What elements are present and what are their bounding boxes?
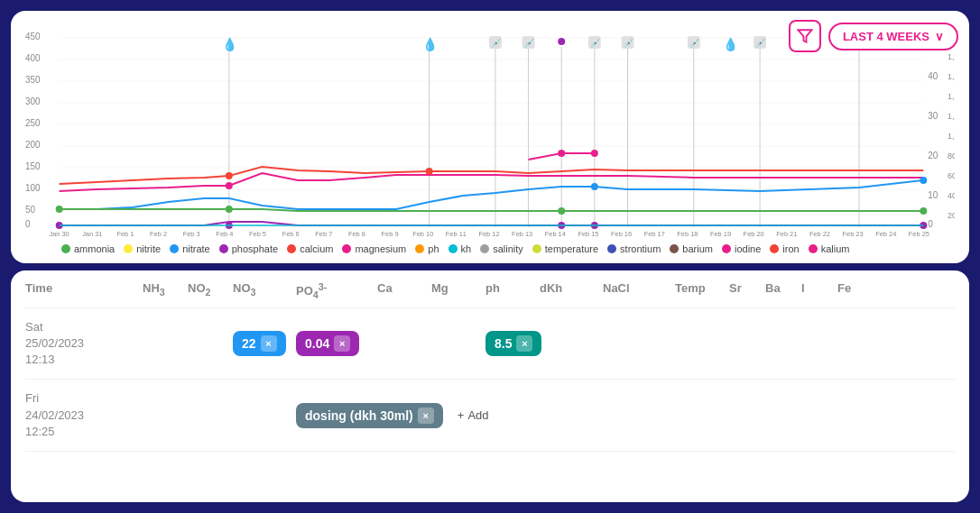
svg-text:Feb 5: Feb 5 [249, 230, 266, 236]
svg-text:1,400: 1,400 [948, 92, 955, 101]
svg-text:1,600: 1,600 [948, 72, 955, 81]
row1-ph: 8.5 × [485, 331, 540, 356]
svg-point-80 [591, 183, 598, 190]
weeks-button[interactable]: LAST 4 WEEKS ∨ [828, 23, 958, 50]
svg-point-81 [920, 177, 927, 184]
legend-salinity: salinity [480, 243, 523, 254]
svg-text:400: 400 [25, 53, 41, 63]
po4-badge[interactable]: 0.04 × [296, 331, 359, 356]
add-button[interactable]: + Add [450, 404, 496, 426]
svg-text:1,800: 1,800 [948, 52, 955, 61]
svg-text:💧: 💧 [422, 37, 439, 52]
svg-text:250: 250 [25, 118, 41, 128]
plus-icon: + [458, 408, 465, 422]
legend-strontium: strontium [607, 243, 661, 254]
svg-text:200: 200 [948, 211, 955, 220]
legend-calcium: calcium [287, 243, 333, 254]
svg-point-66 [56, 206, 63, 213]
svg-text:Jan 31: Jan 31 [82, 230, 102, 236]
svg-text:💉: 💉 [755, 38, 766, 49]
svg-text:Feb 25: Feb 25 [909, 230, 929, 236]
svg-text:Feb 19: Feb 19 [710, 230, 731, 236]
svg-point-65 [558, 38, 565, 45]
ph-remove[interactable]: × [516, 335, 532, 352]
svg-text:Feb 17: Feb 17 [644, 230, 665, 236]
row1-no3: 22 × [233, 331, 296, 356]
add-label: Add [467, 408, 488, 422]
table-header: Time NH3 NO2 NO3 PO43- Ca Mg ph dKh NaCl… [25, 281, 955, 308]
svg-point-77 [426, 168, 433, 175]
dosing-label: dosing (dkh 30ml) [305, 408, 413, 423]
no3-remove[interactable]: × [261, 335, 277, 352]
legend-iron: iron [770, 243, 799, 254]
svg-text:Feb 18: Feb 18 [677, 230, 698, 236]
svg-text:Feb 4: Feb 4 [216, 230, 233, 236]
row1-po4: 0.04 × [296, 331, 377, 356]
svg-text:100: 100 [25, 183, 41, 193]
svg-text:50: 50 [25, 205, 35, 215]
dosing-badge[interactable]: dosing (dkh 30ml) × [296, 403, 443, 428]
svg-text:Feb 21: Feb 21 [776, 230, 797, 236]
col-ca: Ca [377, 281, 431, 300]
ph-value: 8.5 [495, 336, 512, 351]
col-nh3: NH3 [143, 281, 188, 300]
svg-point-76 [226, 182, 233, 189]
chart-area: 450 400 350 300 250 200 150 100 50 0 ppm… [25, 29, 955, 236]
svg-point-79 [591, 150, 598, 157]
table-row: Fri 24/02/2023 12:25 dosing (dkh 30ml) ×… [25, 380, 955, 452]
no3-badge[interactable]: 22 × [233, 331, 286, 356]
legend-barium: barium [670, 243, 713, 254]
svg-text:Feb 14: Feb 14 [545, 230, 566, 236]
svg-text:Feb 20: Feb 20 [744, 230, 764, 236]
svg-text:Feb 12: Feb 12 [478, 230, 499, 236]
legend-ammonia: ammonia [61, 243, 115, 254]
svg-text:350: 350 [25, 75, 41, 85]
svg-text:💧: 💧 [723, 37, 739, 52]
svg-text:Feb 22: Feb 22 [809, 230, 830, 236]
col-po4: PO43- [296, 281, 377, 300]
data-table: Time NH3 NO2 NO3 PO43- Ca Mg ph dKh NaCl… [11, 270, 969, 502]
svg-text:1,200: 1,200 [948, 112, 955, 121]
svg-text:400: 400 [948, 191, 955, 200]
legend-kh: kh [448, 243, 472, 254]
filter-button[interactable] [789, 20, 821, 52]
svg-text:💉: 💉 [689, 38, 700, 49]
col-dkh: dKh [540, 281, 603, 300]
svg-text:Feb 15: Feb 15 [578, 230, 598, 236]
svg-text:Feb 1: Feb 1 [116, 230, 134, 236]
svg-text:Feb 9: Feb 9 [382, 230, 399, 236]
po4-remove[interactable]: × [334, 335, 350, 352]
svg-text:💉: 💉 [624, 38, 634, 49]
svg-text:💉: 💉 [524, 38, 535, 49]
svg-text:Feb 13: Feb 13 [512, 230, 532, 236]
row2-tag-area: dosing (dkh 30ml) × + Add [296, 403, 540, 428]
legend-nitrate: nitrate [170, 243, 210, 254]
chevron-icon: ∨ [935, 30, 944, 43]
legend-iodine: iodine [722, 243, 761, 254]
col-mg: Mg [431, 281, 485, 300]
svg-text:Feb 2: Feb 2 [150, 230, 167, 236]
chart-legend: ammonia nitrite nitrate phosphate calciu… [25, 243, 955, 254]
table-row: Sat 25/02/2023 12:13 22 × 0.04 × 8.5 × [25, 308, 955, 380]
svg-text:Feb 6: Feb 6 [282, 230, 300, 236]
svg-text:40: 40 [928, 71, 938, 81]
svg-text:1,000: 1,000 [948, 132, 955, 141]
col-time: Time [25, 281, 143, 300]
svg-point-68 [558, 207, 565, 215]
row1-time: Sat 25/02/2023 12:13 [25, 319, 143, 369]
svg-text:10: 10 [928, 190, 938, 200]
svg-point-78 [558, 150, 565, 157]
svg-point-75 [226, 172, 233, 179]
dosing-remove[interactable]: × [418, 408, 434, 424]
col-ba: Ba [765, 281, 801, 300]
po4-value: 0.04 [305, 336, 329, 351]
legend-kalium: kalium [809, 243, 850, 254]
svg-text:💉: 💉 [590, 38, 601, 49]
col-i: I [801, 281, 837, 300]
svg-text:Feb 7: Feb 7 [315, 230, 332, 236]
ph-badge[interactable]: 8.5 × [485, 331, 541, 356]
svg-text:200: 200 [25, 140, 41, 150]
weeks-label: LAST 4 WEEKS [843, 30, 929, 43]
top-controls: LAST 4 WEEKS ∨ [789, 20, 958, 52]
svg-point-67 [226, 206, 233, 213]
